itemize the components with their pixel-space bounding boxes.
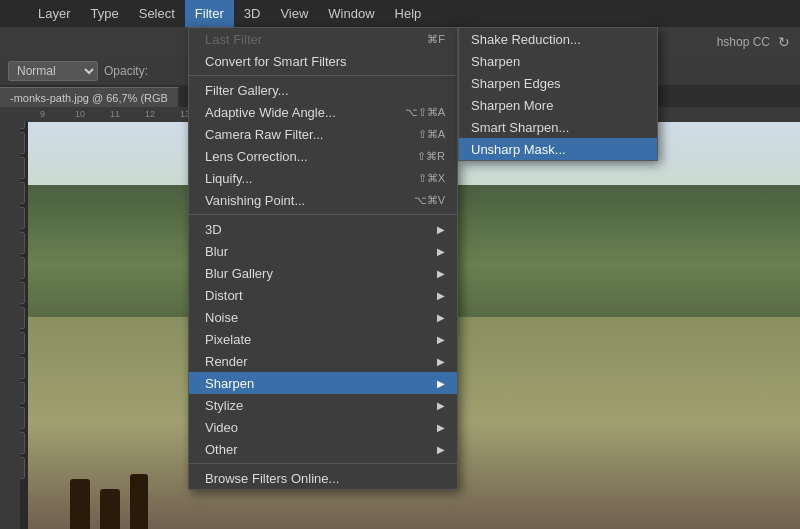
ruler-mark: 11 bbox=[110, 109, 120, 119]
smart-sharpen-label: Smart Sharpen... bbox=[471, 120, 569, 135]
submenu-shake-reduction[interactable]: Shake Reduction... bbox=[459, 28, 657, 50]
separator-3 bbox=[189, 463, 457, 464]
ruler-mark: 10 bbox=[75, 109, 85, 119]
menu-sharpen[interactable]: Sharpen ▶ bbox=[189, 372, 457, 394]
menu-lens-correction[interactable]: Lens Correction... ⇧⌘R bbox=[189, 145, 457, 167]
separator-1 bbox=[189, 75, 457, 76]
submenu-sharpen-more[interactable]: Sharpen More bbox=[459, 94, 657, 116]
browse-filters-label: Browse Filters Online... bbox=[205, 471, 339, 486]
other-arrow: ▶ bbox=[437, 444, 445, 455]
menu-window[interactable]: Window bbox=[318, 0, 384, 27]
menu-3d[interactable]: 3D ▶ bbox=[189, 218, 457, 240]
menu-browse-filters[interactable]: Browse Filters Online... bbox=[189, 467, 457, 489]
blur-arrow: ▶ bbox=[437, 246, 445, 257]
menu-3d[interactable]: 3D bbox=[234, 0, 271, 27]
last-filter-shortcut: ⌘F bbox=[427, 33, 445, 46]
blur-gallery-label: Blur Gallery bbox=[205, 266, 273, 281]
menu-liquify[interactable]: Liquify... ⇧⌘X bbox=[189, 167, 457, 189]
submenu-sharpen[interactable]: Sharpen bbox=[459, 50, 657, 72]
pixelate-label: Pixelate bbox=[205, 332, 251, 347]
shake-reduction-label: Shake Reduction... bbox=[471, 32, 581, 47]
menu-vanishing-point[interactable]: Vanishing Point... ⌥⌘V bbox=[189, 189, 457, 211]
stylize-label: Stylize bbox=[205, 398, 243, 413]
menu-camera-raw[interactable]: Camera Raw Filter... ⇧⌘A bbox=[189, 123, 457, 145]
menu-blur-gallery[interactable]: Blur Gallery ▶ bbox=[189, 262, 457, 284]
menu-stylize[interactable]: Stylize ▶ bbox=[189, 394, 457, 416]
sharpen-submenu: Shake Reduction... Sharpen Sharpen Edges… bbox=[458, 27, 658, 161]
3d-arrow: ▶ bbox=[437, 224, 445, 235]
menu-render[interactable]: Render ▶ bbox=[189, 350, 457, 372]
menu-layer[interactable]: Layer bbox=[28, 0, 81, 27]
render-label: Render bbox=[205, 354, 248, 369]
ruler-vertical bbox=[0, 107, 20, 529]
app-title: hshop CC bbox=[717, 35, 770, 49]
refresh-icon[interactable]: ↻ bbox=[778, 34, 790, 50]
vanishing-point-shortcut: ⌥⌘V bbox=[414, 194, 445, 207]
menu-last-filter[interactable]: Last Filter ⌘F bbox=[189, 28, 457, 50]
adaptive-wide-label: Adaptive Wide Angle... bbox=[205, 105, 336, 120]
figure-1 bbox=[70, 479, 90, 529]
blur-label: Blur bbox=[205, 244, 228, 259]
menu-adaptive-wide[interactable]: Adaptive Wide Angle... ⌥⇧⌘A bbox=[189, 101, 457, 123]
menu-select[interactable]: Select bbox=[129, 0, 185, 27]
last-filter-label: Last Filter bbox=[205, 32, 262, 47]
stylize-arrow: ▶ bbox=[437, 400, 445, 411]
menu-video[interactable]: Video ▶ bbox=[189, 416, 457, 438]
ruler-mark: 12 bbox=[145, 109, 155, 119]
camera-raw-label: Camera Raw Filter... bbox=[205, 127, 323, 142]
blur-gallery-arrow: ▶ bbox=[437, 268, 445, 279]
lens-correction-shortcut: ⇧⌘R bbox=[417, 150, 445, 163]
noise-arrow: ▶ bbox=[437, 312, 445, 323]
menu-noise[interactable]: Noise ▶ bbox=[189, 306, 457, 328]
distort-label: Distort bbox=[205, 288, 243, 303]
video-arrow: ▶ bbox=[437, 422, 445, 433]
sharpen-arrow: ▶ bbox=[437, 378, 445, 389]
sharpen-edges-label: Sharpen Edges bbox=[471, 76, 561, 91]
file-tab[interactable]: -monks-path.jpg @ 66,7% (RGB bbox=[0, 87, 179, 107]
filter-gallery-label: Filter Gallery... bbox=[205, 83, 289, 98]
noise-label: Noise bbox=[205, 310, 238, 325]
menu-filter[interactable]: Filter bbox=[185, 0, 234, 27]
filter-menu: Last Filter ⌘F Convert for Smart Filters… bbox=[188, 27, 458, 490]
3d-label: 3D bbox=[205, 222, 222, 237]
adaptive-wide-shortcut: ⌥⇧⌘A bbox=[405, 106, 445, 119]
submenu-sharpen-edges[interactable]: Sharpen Edges bbox=[459, 72, 657, 94]
liquify-label: Liquify... bbox=[205, 171, 252, 186]
blend-mode-select[interactable]: Normal bbox=[8, 61, 98, 81]
lens-correction-label: Lens Correction... bbox=[205, 149, 308, 164]
menu-filter-gallery[interactable]: Filter Gallery... bbox=[189, 79, 457, 101]
menu-pixelate[interactable]: Pixelate ▶ bbox=[189, 328, 457, 350]
pixelate-arrow: ▶ bbox=[437, 334, 445, 345]
menu-bar: Layer Type Select Filter 3D View Window … bbox=[0, 0, 800, 27]
unsharp-mask-label: Unsharp Mask... bbox=[471, 142, 566, 157]
menu-help[interactable]: Help bbox=[385, 0, 432, 27]
convert-label: Convert for Smart Filters bbox=[205, 54, 347, 69]
sharpen-only-label: Sharpen bbox=[471, 54, 520, 69]
menu-convert-smart[interactable]: Convert for Smart Filters bbox=[189, 50, 457, 72]
video-label: Video bbox=[205, 420, 238, 435]
sharpen-label: Sharpen bbox=[205, 376, 254, 391]
menu-other[interactable]: Other ▶ bbox=[189, 438, 457, 460]
vanishing-point-label: Vanishing Point... bbox=[205, 193, 305, 208]
distort-arrow: ▶ bbox=[437, 290, 445, 301]
figure-3 bbox=[130, 474, 148, 529]
menu-blur[interactable]: Blur ▶ bbox=[189, 240, 457, 262]
camera-raw-shortcut: ⇧⌘A bbox=[418, 128, 445, 141]
menu-type[interactable]: Type bbox=[81, 0, 129, 27]
other-label: Other bbox=[205, 442, 238, 457]
sharpen-more-label: Sharpen More bbox=[471, 98, 553, 113]
opacity-label: Opacity: bbox=[104, 64, 148, 78]
liquify-shortcut: ⇧⌘X bbox=[418, 172, 445, 185]
menu-view[interactable]: View bbox=[270, 0, 318, 27]
figure-2 bbox=[100, 489, 120, 529]
separator-2 bbox=[189, 214, 457, 215]
ruler-mark: 9 bbox=[40, 109, 45, 119]
menu-distort[interactable]: Distort ▶ bbox=[189, 284, 457, 306]
submenu-unsharp-mask[interactable]: Unsharp Mask... bbox=[459, 138, 657, 160]
submenu-smart-sharpen[interactable]: Smart Sharpen... bbox=[459, 116, 657, 138]
render-arrow: ▶ bbox=[437, 356, 445, 367]
